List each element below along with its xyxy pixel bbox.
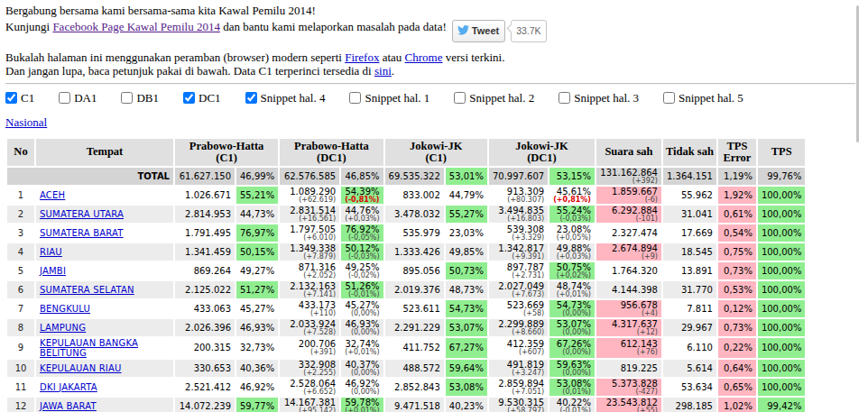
cell-value: 70.997.607 — [493, 171, 544, 181]
cell-value: 99,76% — [762, 171, 802, 181]
nasional-breadcrumb-link[interactable]: Nasional — [5, 115, 47, 130]
value-cell: 61.627.150 — [175, 168, 235, 185]
results-table: No Tempat Prabowo-Hatta(C1) Prabowo-Hatt… — [5, 137, 807, 412]
cell-value: 2.859.894 — [493, 379, 544, 389]
filter-checkbox-da1[interactable] — [59, 92, 70, 104]
cell-value: 895.056 — [389, 266, 440, 276]
cell-value: 53,01% — [449, 171, 484, 181]
province-link[interactable]: KEPULAUAN RIAU — [40, 363, 122, 373]
value-cell: 100,00% — [758, 243, 806, 261]
facebook-page-link[interactable]: Facebook Page Kawal Pemilu 2014 — [52, 20, 220, 33]
cell-value: 31.041 — [667, 209, 713, 219]
cell-delta: (-427) — [600, 389, 658, 396]
cell-value: 59,78% — [345, 398, 379, 407]
value-cell: 48,73% — [446, 281, 487, 298]
value-cell: 0,12% — [718, 300, 756, 317]
province-link[interactable]: DKI JAKARTA — [40, 382, 97, 392]
filter-checkbox-snippet-hal-2[interactable] — [454, 92, 466, 104]
table-row: 10KEPULAUAN RIAU330.65340,36%332.908(+2.… — [7, 360, 805, 377]
cell-value: 100,00% — [762, 285, 802, 295]
value-cell: 23,08%(+0,05%) — [549, 224, 595, 242]
value-cell: 100,00% — [758, 187, 806, 204]
filter-label: C1 — [21, 91, 34, 105]
province-link[interactable]: LAMPUNG — [40, 323, 86, 333]
filter-item-da1[interactable]: DA1 — [59, 91, 97, 105]
cell-delta: (+80.307) — [493, 197, 544, 204]
cell-delta: (+0,03%) — [553, 253, 591, 261]
chrome-link[interactable]: Chrome — [405, 50, 443, 64]
province-link[interactable]: BENGKULU — [40, 304, 90, 314]
value-cell: 40,36% — [236, 360, 278, 377]
vertical-scrollbar-thumb[interactable] — [856, 5, 859, 142]
cell-delta: (+9.391) — [493, 253, 544, 261]
filter-checkbox-c1[interactable] — [5, 92, 17, 104]
cell-value: 2.674.894 — [600, 243, 658, 253]
value-cell: 23.543.812(+55) — [596, 398, 661, 412]
value-cell: 100,00% — [758, 262, 806, 279]
intro-line-2-suffix: dan bantu kami melaporkan masalah pada d… — [220, 20, 447, 33]
filter-item-snippet-hal-2[interactable]: Snippet hal. 2 — [454, 91, 534, 105]
province-link[interactable]: JAMBI — [40, 266, 66, 276]
cell-value: 332.908 — [283, 360, 336, 370]
cell-value: 100,00% — [762, 228, 802, 238]
filter-item-snippet-hal-1[interactable]: Snippet hal. 1 — [349, 91, 429, 105]
cell-value: 99,42% — [762, 401, 802, 411]
cell-delta: (0,00%) — [553, 370, 591, 377]
filter-checkbox-snippet-hal-3[interactable] — [559, 92, 570, 104]
filter-item-dc1[interactable]: DC1 — [183, 91, 221, 105]
filter-item-snippet-hal-5[interactable]: Snippet hal. 5 — [663, 91, 743, 105]
province-cell: SUMATERA UTARA — [36, 206, 173, 223]
filter-checkbox-snippet-hal-1[interactable] — [349, 92, 361, 104]
filter-checkbox-db1[interactable] — [121, 92, 133, 104]
cell-value: 0,73% — [722, 266, 753, 276]
filter-item-snippet-hal-3[interactable]: Snippet hal. 3 — [559, 91, 639, 105]
cell-value: 491.819 — [493, 360, 544, 370]
tweet-count-badge[interactable]: 33.7K — [511, 20, 546, 42]
value-cell: 44,73% — [236, 206, 278, 223]
province-link[interactable]: SUMATERA SELATAN — [40, 285, 134, 295]
value-cell: 2.299.889(+8.660) — [489, 319, 548, 336]
cell-delta: (+2.255) — [283, 370, 336, 377]
value-cell: 1.341.459 — [175, 243, 235, 261]
filter-item-snippet-hal-4[interactable]: Snippet hal. 4 — [245, 91, 326, 105]
cell-value: 1.341.459 — [179, 247, 231, 257]
province-link[interactable]: RIAU — [40, 247, 62, 257]
value-cell: 100,00% — [758, 206, 806, 223]
value-cell: 76,97% — [236, 224, 278, 242]
cell-delta: (+0,01%) — [553, 291, 591, 298]
filter-checkbox-dc1[interactable] — [183, 92, 195, 104]
value-cell: 330.653 — [175, 360, 235, 377]
row-number: 10 — [7, 360, 34, 377]
province-link[interactable]: JAWA BARAT — [40, 401, 97, 411]
filter-item-db1[interactable]: DB1 — [121, 91, 159, 105]
firefox-link[interactable]: Firefox — [345, 50, 379, 64]
province-link[interactable]: ACEH — [40, 190, 65, 200]
value-cell: 55,27% — [446, 206, 487, 223]
value-cell: 70.997.607 — [489, 168, 548, 185]
data-note-prefix: Dan jangan lupa, baca petunjuk pakai di … — [5, 64, 374, 78]
cell-value: 40,37% — [345, 360, 379, 370]
value-cell: 23,03% — [446, 224, 487, 242]
value-cell: 99,42% — [758, 398, 806, 412]
value-cell: 833.002 — [385, 187, 444, 204]
province-link[interactable]: SUMATERA UTARA — [40, 209, 124, 219]
province-cell: BENGKULU — [36, 300, 173, 317]
sini-link[interactable]: sini — [374, 64, 392, 78]
value-cell: 869.264 — [175, 262, 235, 279]
filter-checkbox-snippet-hal-4[interactable] — [245, 92, 257, 104]
value-cell: 59,64% — [446, 360, 487, 377]
value-cell: 40,22%(-0,01%) — [549, 398, 595, 412]
province-link[interactable]: KEPULAUAN BANGKA BELITUNG — [40, 338, 138, 358]
cell-value: 53,08% — [553, 379, 591, 389]
column-header-tps-error: TPSError — [718, 139, 756, 166]
value-cell: 2.814.953 — [175, 206, 235, 223]
value-cell: 200.315 — [175, 338, 235, 358]
province-cell: DKI JAKARTA — [36, 379, 173, 396]
province-link[interactable]: SUMATERA BARAT — [40, 228, 124, 238]
filter-checkbox-snippet-hal-5[interactable] — [663, 92, 675, 104]
filter-item-c1[interactable]: C1 — [5, 91, 34, 105]
cell-value: 100,00% — [762, 382, 802, 392]
value-cell: 55,21% — [236, 187, 278, 204]
cell-delta: (-6) — [600, 197, 658, 204]
tweet-button[interactable]: Tweet — [452, 20, 505, 42]
